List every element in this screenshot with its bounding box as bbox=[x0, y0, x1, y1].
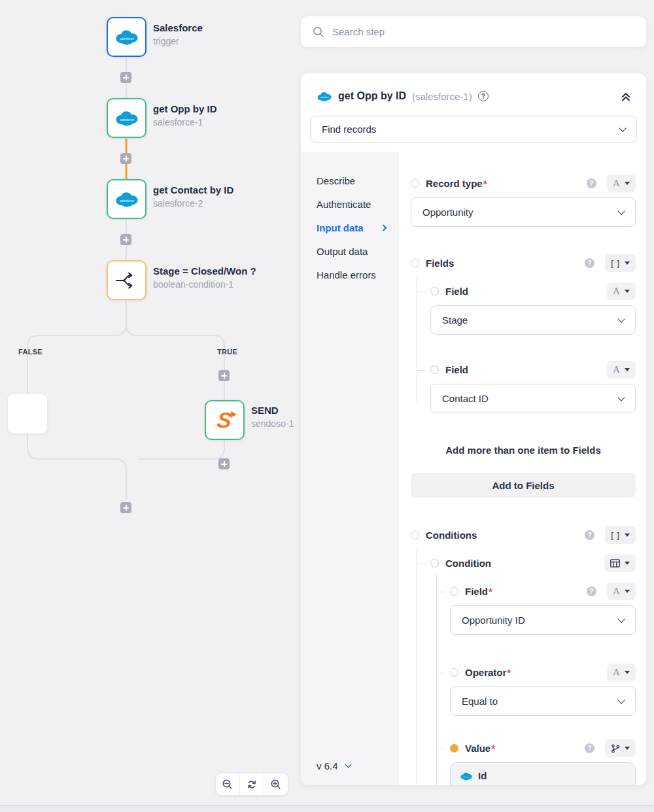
window-bottom-edge bbox=[0, 805, 654, 812]
value-radio[interactable] bbox=[450, 744, 458, 753]
add-step-button[interactable] bbox=[218, 370, 230, 381]
condition-field-value: Opportunity ID bbox=[462, 615, 525, 626]
chevron-down-icon bbox=[617, 394, 625, 401]
help-icon[interactable]: ? bbox=[587, 178, 596, 188]
node-sendoso-send[interactable]: S bbox=[205, 400, 245, 440]
fields-row: Fields ? [ ] bbox=[411, 254, 636, 272]
workflow-builder: Salesforce trigger get Opp by ID salesfo… bbox=[0, 0, 654, 812]
value-type-selector[interactable] bbox=[605, 739, 636, 757]
node-subtitle: trigger bbox=[153, 35, 203, 48]
array-type-icon: [ ] bbox=[611, 530, 620, 540]
caret-down-icon bbox=[625, 182, 630, 185]
zoom-reset-button[interactable] bbox=[239, 773, 264, 795]
nav-item-output-data[interactable]: Output data bbox=[301, 239, 399, 263]
add-step-button[interactable] bbox=[120, 153, 131, 164]
record-type-type-selector[interactable]: A bbox=[607, 175, 636, 192]
node-title: get Opp by ID bbox=[153, 103, 217, 116]
value-jsonpath-chip[interactable]: Id $.steps.trigger.events[0].Id bbox=[450, 762, 636, 785]
node-salesforce-trigger[interactable] bbox=[107, 17, 146, 57]
help-icon[interactable]: ? bbox=[478, 91, 489, 101]
zoom-out-button[interactable] bbox=[216, 773, 239, 795]
node-boolean-condition[interactable] bbox=[107, 260, 146, 300]
value-row: Value* ? bbox=[450, 739, 636, 757]
string-type-icon: A bbox=[613, 586, 620, 597]
help-icon[interactable]: ? bbox=[585, 258, 594, 268]
string-type-icon: A bbox=[613, 286, 620, 297]
node-subtitle: salesforce-1 bbox=[153, 116, 217, 129]
collapse-panel-icon[interactable] bbox=[620, 90, 632, 102]
caret-down-icon bbox=[625, 533, 630, 537]
field-label: Field bbox=[445, 286, 468, 297]
operation-select[interactable]: Find records bbox=[310, 116, 637, 143]
condition-field-label: Field* bbox=[465, 586, 492, 597]
conditions-radio[interactable] bbox=[411, 531, 419, 539]
help-icon[interactable]: ? bbox=[585, 530, 594, 540]
nav-item-authenticate[interactable]: Authenticate bbox=[301, 192, 399, 216]
nav-item-describe[interactable]: Describe bbox=[301, 169, 399, 192]
record-type-label: Record type* bbox=[426, 178, 487, 189]
panel-step-id: (salesforce-1) bbox=[412, 91, 472, 102]
add-step-button[interactable] bbox=[120, 502, 131, 513]
operator-select[interactable]: Equal to bbox=[450, 686, 636, 716]
branch-condition-icon bbox=[114, 268, 139, 293]
fields-radio[interactable] bbox=[411, 259, 419, 267]
record-type-select[interactable]: Opportunity bbox=[411, 197, 636, 227]
help-icon[interactable]: ? bbox=[585, 743, 594, 753]
version-label: v 6.4 bbox=[317, 760, 338, 771]
condition-children: Field* ? A Opportunity ID bbox=[430, 583, 636, 785]
chevron-down-icon bbox=[617, 207, 625, 214]
field-row: Field A bbox=[430, 282, 636, 300]
empty-step-placeholder[interactable] bbox=[8, 394, 47, 433]
condition-radio[interactable] bbox=[430, 559, 439, 567]
required-marker: * bbox=[489, 586, 492, 597]
operator-row: Operator* A bbox=[450, 664, 636, 681]
add-step-button[interactable] bbox=[120, 72, 131, 83]
add-step-button[interactable] bbox=[218, 458, 230, 469]
field-label: Field bbox=[445, 364, 468, 375]
conditions-children: Condition bbox=[411, 554, 636, 785]
node-get-contact-by-id[interactable] bbox=[107, 179, 146, 219]
sendoso-logo-icon: S bbox=[216, 409, 233, 431]
operator-radio[interactable] bbox=[450, 668, 458, 677]
branch-label-true: TRUE bbox=[217, 348, 237, 356]
nav-item-label: Handle errors bbox=[317, 269, 376, 280]
salesforce-logo-icon bbox=[317, 91, 332, 102]
field-radio[interactable] bbox=[430, 287, 439, 296]
chevron-down-icon bbox=[617, 615, 625, 622]
field-1-select[interactable]: Stage bbox=[430, 305, 636, 335]
field-type-selector[interactable]: A bbox=[607, 282, 636, 300]
condition-field-radio[interactable] bbox=[450, 587, 458, 596]
field-2-select[interactable]: Contact ID bbox=[430, 384, 636, 413]
search-step-input[interactable] bbox=[332, 26, 634, 37]
search-step-bar bbox=[301, 16, 646, 47]
conditions-type-selector[interactable]: [ ] bbox=[605, 526, 636, 544]
fields-type-selector[interactable]: [ ] bbox=[605, 254, 636, 272]
condition-field-type-selector[interactable]: A bbox=[607, 583, 636, 600]
node-get-opp-by-id[interactable] bbox=[107, 98, 146, 138]
object-table-type-icon bbox=[610, 559, 620, 567]
nav-item-input-data[interactable]: Input data bbox=[301, 216, 399, 239]
node-subtitle: boolean-condition-1 bbox=[153, 278, 256, 291]
help-icon[interactable]: ? bbox=[587, 586, 596, 596]
field-radio[interactable] bbox=[430, 365, 439, 374]
node-subtitle: sendoso-1 bbox=[251, 417, 294, 430]
field-type-selector[interactable]: A bbox=[607, 361, 636, 379]
caret-down-icon bbox=[625, 671, 630, 674]
record-type-radio[interactable] bbox=[411, 179, 419, 188]
node-label-sendoso-1: SEND sendoso-1 bbox=[251, 404, 294, 430]
condition-type-selector[interactable] bbox=[604, 554, 636, 572]
nav-item-label: Describe bbox=[317, 175, 355, 186]
condition-field-select[interactable]: Opportunity ID bbox=[450, 605, 636, 635]
input-data-form: Record type* ? A Opportunity Fields bbox=[399, 152, 646, 785]
add-step-button[interactable] bbox=[120, 234, 131, 245]
nav-item-handle-errors[interactable]: Handle errors bbox=[301, 263, 399, 286]
node-title: get Contact by ID bbox=[153, 184, 233, 197]
version-selector[interactable]: v 6.4 bbox=[317, 760, 351, 771]
condition-row: Condition bbox=[430, 554, 636, 572]
add-to-fields-button[interactable]: Add to Fields bbox=[411, 473, 636, 498]
fields-label: Fields bbox=[426, 258, 454, 269]
zoom-in-button[interactable] bbox=[264, 773, 288, 795]
panel-title: get Opp by ID bbox=[338, 90, 406, 102]
operator-type-selector[interactable]: A bbox=[607, 664, 636, 681]
jsonpath-branch-type-icon bbox=[611, 744, 620, 753]
